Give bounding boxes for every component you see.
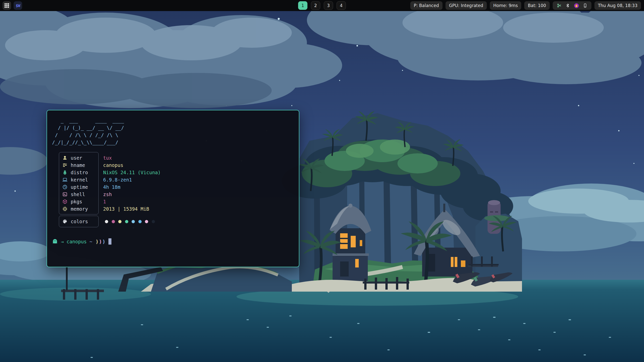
fetch-label: distro (71, 170, 88, 175)
terminal-window[interactable]: _ ___ ____ ____ / |/ (_)_ __/ __ \/ __/ … (47, 110, 299, 267)
palette-dot (105, 220, 108, 223)
chevron-3: ) (102, 239, 106, 244)
palette-dots (105, 220, 155, 223)
fetch-label: memory (71, 206, 88, 212)
fetch-values: tux canopus NixOS 24.11 (Vicuna) 6.9.8-z… (103, 152, 161, 214)
logo-text: $W (16, 3, 20, 8)
distro-logo-button[interactable]: $W (14, 1, 22, 10)
fetch-label: shell (71, 192, 85, 197)
prompt-hostname: canopus (66, 239, 87, 244)
fetch-row-shell: shell (59, 191, 98, 198)
fetch-row-pkgs: pkgs (59, 198, 98, 205)
power-profile-pill[interactable]: P: Balanced (410, 1, 442, 10)
palette-dot (132, 220, 135, 223)
workspace-4[interactable]: 4 (337, 1, 346, 10)
gpu-pill[interactable]: GPU: Integrated (446, 1, 487, 10)
bluetooth-icon[interactable] (566, 3, 570, 8)
fetch-row-distro: distro (59, 169, 98, 176)
ghost-icon (52, 239, 58, 244)
top-bar: $W 1 2 3 4 P: Balanced GPU: Integrated H… (0, 0, 644, 11)
fetch-label: user (71, 155, 82, 161)
distro-icon (62, 170, 68, 175)
chevron-1: ) (96, 239, 99, 244)
palette-dot (125, 220, 128, 223)
fetch-label: uptime (71, 184, 88, 190)
workspace-1[interactable]: 1 (298, 1, 307, 10)
fetch-label-box: user hname (59, 152, 99, 214)
prompt-arrow: → (61, 239, 64, 244)
workspace-switcher: 1 2 3 4 (298, 1, 346, 10)
fetch-label: kernel (71, 177, 88, 183)
palette-dot (112, 220, 115, 223)
system-tray (553, 1, 591, 10)
clock-pill[interactable]: Thu Aug 08, 18:33 (594, 1, 641, 10)
app-launcher-button[interactable] (3, 1, 11, 10)
text-cursor[interactable] (108, 238, 111, 245)
latency-pill[interactable]: Home: 9ms (490, 1, 521, 10)
fetch-value-uptime: 4h 18m (103, 183, 161, 191)
chevron-2: ) (99, 239, 102, 244)
prompt-path: ~ (90, 239, 92, 244)
host-icon (62, 163, 68, 168)
palette-dot (138, 220, 142, 223)
fetch-value-user: tux (103, 154, 161, 161)
fetch-value-pkgs: 1 (103, 198, 161, 205)
palette-dot (145, 220, 148, 223)
bar-left-group: $W (3, 1, 22, 10)
fetch-value-shell: zsh (103, 191, 161, 198)
kernel-icon (62, 177, 68, 182)
sea (0, 280, 644, 362)
battery-pill[interactable]: Bat: 100 (524, 1, 549, 10)
fetch-row-kernel: kernel (59, 176, 98, 183)
shell-prompt[interactable]: → canopus ~ ) ) ) (52, 238, 299, 245)
status-area: P: Balanced GPU: Integrated Home: 9ms Ba… (410, 1, 641, 10)
apps-grid-icon (4, 3, 9, 8)
flame-icon[interactable] (574, 3, 579, 8)
fetch-label: pkgs (71, 199, 82, 204)
workspace-2[interactable]: 2 (311, 1, 320, 10)
palette-dot (152, 220, 155, 223)
pkgs-icon (62, 199, 68, 204)
fetch-value-hname: canopus (103, 161, 161, 169)
phone-icon[interactable] (583, 3, 587, 8)
fetch-value-kernel: 6.9.8-zen1 (103, 176, 161, 183)
fetch-row-hname: hname (59, 161, 98, 169)
ascii-logo: _ ___ ____ ____ / |/ (_)_ __/ __ \/ __/ … (52, 117, 299, 146)
colors-label: colors (71, 219, 88, 224)
fetch-value-memory: 2013 | 15394 MiB (103, 205, 161, 212)
fetch-row-memory: memory (59, 205, 98, 212)
shell-icon (62, 192, 68, 197)
workspace-3[interactable]: 3 (324, 1, 333, 10)
fetch-row-user: user (59, 154, 98, 161)
scissors-icon[interactable] (557, 3, 562, 8)
colors-row: colors (59, 216, 299, 227)
prompt-chevrons: ) ) ) (96, 239, 106, 244)
palette-dot (118, 220, 122, 223)
fetch-row-uptime: uptime (59, 183, 98, 191)
memory-icon (62, 206, 68, 211)
palette-icon (62, 219, 68, 224)
colors-box: colors (59, 216, 99, 227)
fetch-label: hname (71, 162, 85, 168)
fetch-value-distro: NixOS 24.11 (Vicuna) (103, 169, 161, 176)
user-icon (62, 155, 68, 160)
fetch-table: user hname (59, 152, 299, 214)
uptime-icon (62, 185, 68, 190)
